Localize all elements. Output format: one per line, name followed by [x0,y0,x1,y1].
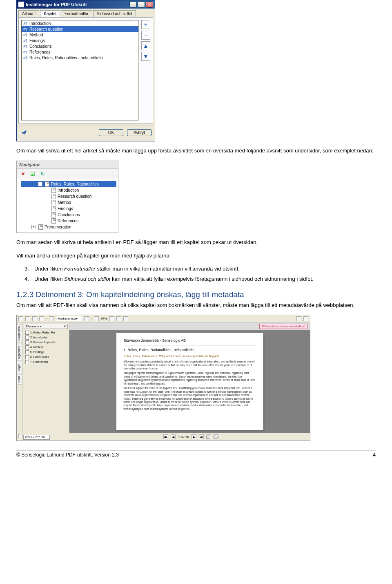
tab-sidhuvud-sidfot[interactable]: Sidhuvud och sidfot [93,10,136,17]
rotate-icon[interactable] [296,316,301,321]
page-icon [25,355,29,359]
cancel-button[interactable]: Avbryt [127,129,151,136]
tab-kapitel[interactable]: Kapitel [40,10,60,17]
tree-child[interactable]: Introduction [21,187,116,193]
back-view-button[interactable]: ◯ [206,434,211,439]
nav-close-icon[interactable]: ✕ [19,170,27,178]
tree-label: Conclusions [58,212,80,218]
move-up-button[interactable]: ▲ [141,41,150,50]
select-tool-icon[interactable] [49,316,54,321]
bookmark-item[interactable]: 1. Roles, Rules, Ra [24,330,68,335]
add-chapter-button[interactable]: ＋ [141,20,150,29]
chapter-list[interactable]: a¶Introduction a¶Research question a¶Met… [21,20,139,121]
page-icon [25,345,29,349]
ok-button[interactable]: OK [99,129,123,136]
save-icon[interactable] [18,316,23,321]
chapter-row[interactable]: a¶Research question [22,26,138,32]
list-item-3: 3. Under fliken Formatmallar ställer man… [24,266,376,272]
minimize-button[interactable]: – [129,1,137,8]
search-icon[interactable] [39,316,44,321]
bookmark-item[interactable]: 6. Conclusions [24,355,68,360]
hand-icon [20,128,29,137]
expand-icon[interactable] [18,434,22,438]
prev-page-button[interactable]: ◀ [171,434,176,439]
sv-options-dropdown[interactable]: Alternativ ▾ ✕ [24,324,68,329]
chapter-label: Findings [29,38,45,43]
tab-formatmallar[interactable]: Formatmallar [61,10,92,17]
bookmark-item[interactable]: 2. Introduction [24,335,68,340]
page-icon [51,194,56,199]
bookmark-item[interactable]: 5. Findings [24,350,68,355]
dialog-titlebar: Inställningar för PDF Utskrift – ▢ ✕ [17,0,155,9]
tree-sibling[interactable]: + Prenumeration [21,224,116,230]
preview-banner-button[interactable]: Förhandsvisa din kommunikation! [259,324,307,329]
fit-width-icon[interactable] [116,316,121,321]
print-icon[interactable] [25,316,30,321]
expand-icon[interactable]: + [31,225,36,229]
tree-child[interactable]: Findings [21,206,116,212]
tab-allmant[interactable]: Allmänt [18,10,39,17]
sv-bookmark-pane: Alternativ ▾ ✕ 1. Roles, Rules, Ra 2. In… [22,322,69,433]
maximize-button[interactable]: ▢ [138,1,145,8]
chapter-row[interactable]: a¶Conclusions [22,43,138,49]
remove-chapter-button[interactable]: － [141,31,150,40]
mail-icon[interactable] [32,316,37,321]
dialog-title: Inställningar för PDF Utskrift [26,2,129,7]
tree-child[interactable]: Research question [21,193,116,199]
navigator-title: Navigator [17,161,118,169]
close-button[interactable]: ✕ [146,1,153,8]
chapter-row[interactable]: a¶Roles, Rules, Rationalities - hela art… [22,55,138,60]
paragraph-1: Om man vill skriva ut ett hel artikel så… [16,147,376,155]
move-down-button[interactable]: ▼ [141,52,150,61]
doc-paragraph: This paper reports an investigation of 9… [124,371,256,385]
chapter-row[interactable]: a¶Findings [22,38,138,43]
nav-check-icon[interactable]: ☑ [29,170,36,178]
page-icon [51,206,56,211]
page-icon [51,188,56,193]
page-icon [25,350,29,354]
vtab-bokmarken[interactable]: Bokmärken [17,324,22,342]
chapter-row[interactable]: a¶References [22,49,138,55]
tree-label: Prenumeration [45,224,71,230]
vtab-sidor[interactable]: Sidor [17,374,22,385]
zoom-out-icon[interactable] [94,316,99,321]
last-page-button[interactable]: ⏭ [199,434,204,439]
bookmark-item[interactable]: 3. Research questic [24,340,68,345]
list-number: 4. [24,276,34,282]
fit-page-icon[interactable] [123,316,128,321]
vtab-signaturer[interactable]: Signaturer [17,344,22,361]
chapter-icon: a¶ [23,21,28,26]
tree-child[interactable]: Method [21,199,116,206]
doc-heading: SiteVision demowebb - Senselogic AB [124,338,256,345]
chapter-row[interactable]: a¶Method [22,32,138,38]
tree-child[interactable]: References [21,218,116,224]
tree-child[interactable]: Conclusions [21,212,116,218]
collapse-icon[interactable]: − [38,182,42,186]
next-page-button[interactable]: ▶ [192,434,196,439]
snapshot-icon[interactable] [84,316,89,321]
paragraph-3: Vill man ändra ordningen på kapitel gör … [16,252,376,260]
nav-refresh-icon[interactable]: ↻ [39,170,46,178]
vtab-lager[interactable]: Lager [17,362,22,373]
pdf-settings-dialog: Inställningar för PDF Utskrift – ▢ ✕ All… [16,0,155,141]
footer-left: © Senselogic Lathund PDF-utskrift, Versi… [16,452,119,458]
page-icon [51,212,56,217]
sv-document-viewport[interactable]: SiteVision demowebb - Senselogic AB 1. R… [69,330,310,433]
tree-root[interactable]: − Roles, Rules, Rationalities [21,181,116,187]
page-icon [25,360,29,364]
page-icon [51,200,56,205]
bookmark-item[interactable]: 7. References [24,360,68,365]
chapter-row[interactable]: a¶Introduction [22,20,138,26]
page-dimensions: 209,9 x 297 mm [23,435,50,440]
tree-label: References [58,218,78,224]
help-icon[interactable] [303,316,308,321]
doc-subtitle: Roles, Rules, Rationalites: Why actors d… [124,354,256,358]
first-page-button[interactable]: ⏮ [163,434,168,439]
doc-paragraph: We found support for three of the hypoth… [124,387,256,411]
fwd-view-button[interactable]: ◯ [214,434,218,439]
zoom-in-icon[interactable] [109,316,114,321]
page-number: 4 [373,452,376,458]
bookmark-item[interactable]: 4. Method [24,345,68,350]
tool-dropdown[interactable]: Markera text ▾ [56,316,82,321]
tree-label: Findings [58,206,73,212]
